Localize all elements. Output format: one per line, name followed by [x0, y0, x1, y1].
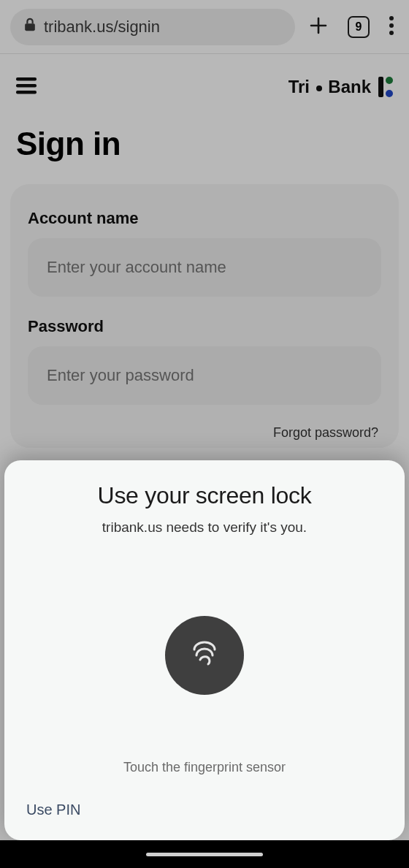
fingerprint-sensor-button[interactable] [165, 616, 244, 695]
use-pin-button[interactable]: Use PIN [25, 797, 384, 823]
system-nav-bar [0, 840, 409, 868]
fingerprint-area [25, 536, 384, 760]
sheet-title: Use your screen lock [25, 482, 384, 509]
fingerprint-icon [186, 635, 223, 676]
screen-lock-sheet: Use your screen lock tribank.us needs to… [4, 460, 405, 840]
nav-handle-icon[interactable] [146, 853, 263, 856]
fingerprint-hint: Touch the fingerprint sensor [25, 760, 384, 775]
sheet-subtitle: tribank.us needs to verify it's you. [25, 519, 384, 536]
